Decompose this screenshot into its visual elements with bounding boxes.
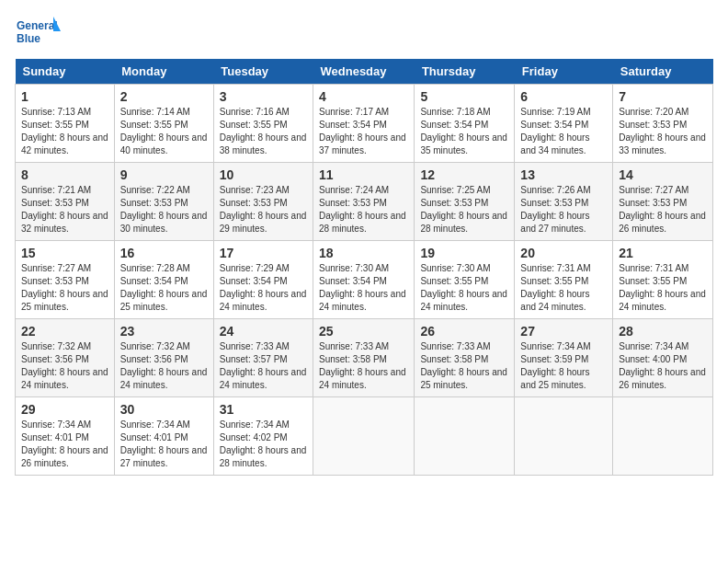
day-info: Sunrise: 7:27 AMSunset: 3:53 PMDaylight:… xyxy=(619,184,707,236)
header-row: SundayMondayTuesdayWednesdayThursdayFrid… xyxy=(16,59,713,85)
day-number: 2 xyxy=(120,89,208,104)
calendar-cell: 27Sunrise: 7:34 AMSunset: 3:59 PMDayligh… xyxy=(515,319,613,397)
day-info: Sunrise: 7:21 AMSunset: 3:53 PMDaylight:… xyxy=(21,184,108,236)
day-info: Sunrise: 7:26 AMSunset: 3:53 PMDaylight:… xyxy=(520,184,607,236)
day-number: 3 xyxy=(220,89,307,104)
calendar-cell: 2Sunrise: 7:14 AMSunset: 3:55 PMDaylight… xyxy=(114,85,213,163)
day-info: Sunrise: 7:32 AMSunset: 3:56 PMDaylight:… xyxy=(21,340,108,392)
calendar-body: 1Sunrise: 7:13 AMSunset: 3:55 PMDaylight… xyxy=(16,85,713,476)
calendar-week-3: 15Sunrise: 7:27 AMSunset: 3:53 PMDayligh… xyxy=(16,241,713,319)
calendar-cell: 18Sunrise: 7:30 AMSunset: 3:54 PMDayligh… xyxy=(313,241,415,319)
calendar-cell: 8Sunrise: 7:21 AMSunset: 3:53 PMDaylight… xyxy=(16,163,115,241)
calendar-cell: 21Sunrise: 7:31 AMSunset: 3:55 PMDayligh… xyxy=(613,241,713,319)
calendar-cell: 23Sunrise: 7:32 AMSunset: 3:56 PMDayligh… xyxy=(114,319,213,397)
day-info: Sunrise: 7:34 AMSunset: 4:01 PMDaylight:… xyxy=(120,419,208,470)
day-number: 19 xyxy=(420,246,508,260)
calendar-cell: 1Sunrise: 7:13 AMSunset: 3:55 PMDaylight… xyxy=(16,85,115,163)
column-header-monday: Monday xyxy=(114,59,213,85)
day-number: 5 xyxy=(420,89,508,104)
day-info: Sunrise: 7:18 AMSunset: 3:54 PMDaylight:… xyxy=(420,106,508,157)
calendar-cell xyxy=(613,397,713,476)
day-number: 23 xyxy=(120,324,208,339)
day-info: Sunrise: 7:34 AMSunset: 4:00 PMDaylight:… xyxy=(619,340,707,392)
day-number: 12 xyxy=(420,167,508,182)
day-info: Sunrise: 7:31 AMSunset: 3:55 PMDaylight:… xyxy=(520,262,607,314)
column-header-wednesday: Wednesday xyxy=(313,59,415,85)
calendar-cell: 10Sunrise: 7:23 AMSunset: 3:53 PMDayligh… xyxy=(213,163,313,241)
day-info: Sunrise: 7:13 AMSunset: 3:55 PMDaylight:… xyxy=(21,106,108,157)
day-number: 25 xyxy=(319,324,408,339)
calendar-cell: 13Sunrise: 7:26 AMSunset: 3:53 PMDayligh… xyxy=(515,163,613,241)
calendar-cell: 25Sunrise: 7:33 AMSunset: 3:58 PMDayligh… xyxy=(313,319,415,397)
calendar-cell: 6Sunrise: 7:19 AMSunset: 3:54 PMDaylight… xyxy=(515,85,613,163)
day-info: Sunrise: 7:32 AMSunset: 3:56 PMDaylight:… xyxy=(120,340,208,392)
day-info: Sunrise: 7:34 AMSunset: 3:59 PMDaylight:… xyxy=(520,340,607,392)
day-info: Sunrise: 7:16 AMSunset: 3:55 PMDaylight:… xyxy=(220,106,307,157)
calendar-cell: 15Sunrise: 7:27 AMSunset: 3:53 PMDayligh… xyxy=(16,241,115,319)
calendar-cell: 11Sunrise: 7:24 AMSunset: 3:53 PMDayligh… xyxy=(313,163,415,241)
column-header-thursday: Thursday xyxy=(415,59,515,85)
day-number: 22 xyxy=(21,324,108,339)
calendar-week-5: 29Sunrise: 7:34 AMSunset: 4:01 PMDayligh… xyxy=(16,397,713,476)
calendar-cell: 22Sunrise: 7:32 AMSunset: 3:56 PMDayligh… xyxy=(16,319,115,397)
day-info: Sunrise: 7:19 AMSunset: 3:54 PMDaylight:… xyxy=(520,106,607,157)
day-info: Sunrise: 7:33 AMSunset: 3:57 PMDaylight:… xyxy=(220,340,307,392)
logo-block: General Blue xyxy=(15,15,61,50)
day-number: 10 xyxy=(220,167,307,182)
calendar-cell: 9Sunrise: 7:22 AMSunset: 3:53 PMDaylight… xyxy=(114,163,213,241)
day-info: Sunrise: 7:22 AMSunset: 3:53 PMDaylight:… xyxy=(120,184,208,236)
day-info: Sunrise: 7:30 AMSunset: 3:55 PMDaylight:… xyxy=(420,262,508,314)
calendar-cell: 31Sunrise: 7:34 AMSunset: 4:02 PMDayligh… xyxy=(213,397,313,476)
calendar-cell xyxy=(313,397,415,476)
day-number: 11 xyxy=(319,167,408,182)
day-number: 24 xyxy=(220,324,307,339)
calendar-cell xyxy=(415,397,515,476)
general-blue-svg-logo: General Blue xyxy=(15,15,61,50)
column-header-sunday: Sunday xyxy=(16,59,115,85)
day-number: 6 xyxy=(520,89,607,104)
day-info: Sunrise: 7:29 AMSunset: 3:54 PMDaylight:… xyxy=(220,262,307,314)
calendar-cell: 7Sunrise: 7:20 AMSunset: 3:53 PMDaylight… xyxy=(613,85,713,163)
calendar-table: SundayMondayTuesdayWednesdayThursdayFrid… xyxy=(15,59,713,476)
calendar-header: SundayMondayTuesdayWednesdayThursdayFrid… xyxy=(16,59,713,85)
day-number: 29 xyxy=(21,402,108,417)
day-number: 15 xyxy=(21,246,108,260)
day-number: 9 xyxy=(120,167,208,182)
day-number: 8 xyxy=(21,167,108,182)
calendar-cell: 29Sunrise: 7:34 AMSunset: 4:01 PMDayligh… xyxy=(16,397,115,476)
calendar-cell: 12Sunrise: 7:25 AMSunset: 3:53 PMDayligh… xyxy=(415,163,515,241)
calendar-cell: 5Sunrise: 7:18 AMSunset: 3:54 PMDaylight… xyxy=(415,85,515,163)
calendar-cell: 26Sunrise: 7:33 AMSunset: 3:58 PMDayligh… xyxy=(415,319,515,397)
calendar-cell: 16Sunrise: 7:28 AMSunset: 3:54 PMDayligh… xyxy=(114,241,213,319)
day-number: 30 xyxy=(120,402,208,417)
calendar-cell: 24Sunrise: 7:33 AMSunset: 3:57 PMDayligh… xyxy=(213,319,313,397)
calendar-cell: 3Sunrise: 7:16 AMSunset: 3:55 PMDaylight… xyxy=(213,85,313,163)
day-info: Sunrise: 7:34 AMSunset: 4:01 PMDaylight:… xyxy=(21,419,108,470)
calendar-cell: 28Sunrise: 7:34 AMSunset: 4:00 PMDayligh… xyxy=(613,319,713,397)
day-info: Sunrise: 7:25 AMSunset: 3:53 PMDaylight:… xyxy=(420,184,508,236)
day-info: Sunrise: 7:31 AMSunset: 3:55 PMDaylight:… xyxy=(619,262,707,314)
day-info: Sunrise: 7:24 AMSunset: 3:53 PMDaylight:… xyxy=(319,184,408,236)
day-info: Sunrise: 7:33 AMSunset: 3:58 PMDaylight:… xyxy=(420,340,508,392)
calendar-week-2: 8Sunrise: 7:21 AMSunset: 3:53 PMDaylight… xyxy=(16,163,713,241)
day-number: 28 xyxy=(619,324,707,339)
day-number: 17 xyxy=(220,246,307,260)
column-header-tuesday: Tuesday xyxy=(213,59,313,85)
day-number: 4 xyxy=(319,89,408,104)
column-header-friday: Friday xyxy=(515,59,613,85)
day-info: Sunrise: 7:34 AMSunset: 4:02 PMDaylight:… xyxy=(220,419,307,470)
day-info: Sunrise: 7:23 AMSunset: 3:53 PMDaylight:… xyxy=(220,184,307,236)
day-number: 21 xyxy=(619,246,707,260)
day-number: 1 xyxy=(21,89,108,104)
day-number: 16 xyxy=(120,246,208,260)
svg-text:General: General xyxy=(17,19,58,32)
calendar-week-1: 1Sunrise: 7:13 AMSunset: 3:55 PMDaylight… xyxy=(16,85,713,163)
calendar-cell: 20Sunrise: 7:31 AMSunset: 3:55 PMDayligh… xyxy=(515,241,613,319)
day-number: 14 xyxy=(619,167,707,182)
day-info: Sunrise: 7:17 AMSunset: 3:54 PMDaylight:… xyxy=(319,106,408,157)
calendar-cell: 17Sunrise: 7:29 AMSunset: 3:54 PMDayligh… xyxy=(213,241,313,319)
day-number: 7 xyxy=(619,89,707,104)
day-info: Sunrise: 7:28 AMSunset: 3:54 PMDaylight:… xyxy=(120,262,208,314)
day-number: 27 xyxy=(520,324,607,339)
logo-row: General Blue xyxy=(15,15,713,50)
